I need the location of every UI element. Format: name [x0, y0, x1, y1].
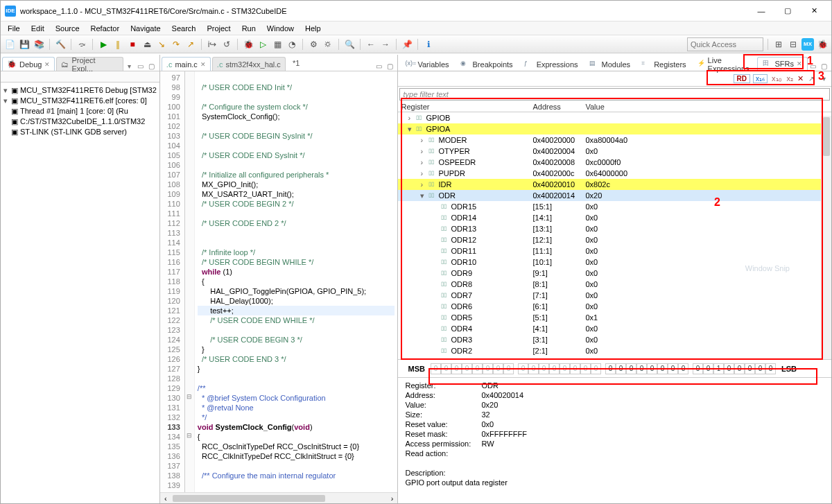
bit-cell[interactable]: 0 — [647, 363, 657, 374]
bit-cell[interactable]: 0 — [528, 363, 539, 374]
terminate-icon[interactable]: ■ — [126, 38, 139, 51]
bit-cell[interactable]: 0 — [441, 363, 451, 374]
perspective-mx-icon[interactable]: MX — [801, 38, 814, 51]
perspective-debug-icon[interactable]: ⊟ — [787, 38, 799, 51]
perspective-debug2-icon[interactable]: 🐞 — [816, 38, 829, 51]
maximize-editor-icon[interactable]: ▢ — [385, 61, 395, 71]
bit-cell[interactable]: 0 — [668, 363, 678, 374]
register-row[interactable]: ▯▯ ODR2[2:1]0x0 — [398, 345, 831, 356]
viewtab-modules[interactable]: ▤Modules — [584, 57, 636, 71]
bit-cell[interactable]: 0 — [451, 363, 462, 374]
quick-access-input[interactable]: Quick Access — [687, 37, 763, 51]
bit-cell[interactable]: 0 — [483, 363, 493, 374]
skip-bp-icon[interactable]: ⤼ — [76, 38, 88, 51]
bit-cell[interactable]: 0 — [703, 363, 713, 374]
bit-cell[interactable]: 0 — [724, 363, 734, 374]
maximize-view-icon[interactable]: ▢ — [147, 61, 157, 71]
register-row[interactable]: ▯▯ ODR8[8:1]0x0 — [398, 279, 831, 290]
tree-item[interactable]: ▣C:/ST/STM32CubeIDE_1.1.0/STM32 — [3, 116, 157, 127]
tree-item[interactable]: ▣ST-LINK (ST-LINK GDB server) — [3, 127, 157, 137]
register-row[interactable]: ▯▯ ODR15[15:1]0x0 — [398, 201, 831, 212]
maximize-view-icon[interactable]: ▢ — [819, 61, 829, 71]
bin-button[interactable]: x₂ — [786, 74, 795, 83]
menu-run[interactable]: Run — [236, 23, 261, 34]
viewtab-variables[interactable]: (x)=Variables — [399, 57, 454, 71]
register-row[interactable]: ›▯▯ OSPEEDR0x400200080xc0000f0 — [398, 157, 831, 168]
open-external-icon[interactable]: ↗ — [806, 74, 816, 84]
register-row[interactable]: ▯▯ ODR5[5:1]0x1 — [398, 312, 831, 323]
col-value[interactable]: Value — [582, 102, 686, 112]
gear-icon[interactable]: ⛭ — [322, 38, 334, 51]
pin-icon[interactable]: 📌 — [401, 38, 413, 51]
rd-button[interactable]: RD — [734, 74, 750, 83]
save-icon[interactable]: 💾 — [18, 38, 31, 51]
run-icon[interactable]: ▷ — [257, 38, 269, 51]
register-row[interactable]: ▯▯ ODR14[14:1]0x0 — [398, 212, 831, 223]
tab-main-c[interactable]: .cmain.c✕ — [162, 57, 211, 71]
bit-cell[interactable]: 0 — [462, 363, 472, 374]
bit-cell[interactable]: 0 — [605, 363, 616, 374]
register-table[interactable]: Register Address Value ›▯▯ GPIOB▾▯▯ GPIO… — [398, 102, 831, 360]
menu-help[interactable]: Help — [300, 23, 327, 34]
resume-icon[interactable]: ▶ — [97, 38, 110, 51]
perspective-cpp-icon[interactable]: ⊞ — [772, 38, 785, 51]
tree-item[interactable]: ▾▣MCU_STM32F411RET6.elf [cores: 0] — [3, 96, 157, 106]
debug-icon[interactable]: 🐞 — [242, 38, 254, 51]
menu-search[interactable]: Search — [166, 23, 202, 34]
new-icon[interactable]: 📄 — [3, 38, 16, 51]
menu-file[interactable]: File — [2, 23, 26, 34]
tree-item[interactable]: ▣Thread #1 [main] 1 [core: 0] (Ru — [3, 106, 157, 116]
register-row[interactable]: ▯▯ ODR7[7:1]0x0 — [398, 290, 831, 301]
debug-tree[interactable]: ▾▣MCU_STM32F411RET6 Debug [STM32▾▣MCU_ST… — [1, 82, 159, 140]
minimize-view-icon[interactable]: ▭ — [136, 61, 146, 71]
bit-cell[interactable]: 0 — [636, 363, 647, 374]
menu-project[interactable]: Project — [201, 23, 236, 34]
more-tabs-indicator[interactable]: *1 — [287, 59, 305, 67]
tab-debug[interactable]: 🐞Debug✕ — [2, 57, 55, 71]
minimize-view-icon[interactable]: ▭ — [808, 61, 817, 71]
bit-cell[interactable]: 0 — [657, 363, 668, 374]
build-icon[interactable]: 🔨 — [54, 38, 67, 51]
ext-tools-icon[interactable]: ⚙ — [307, 38, 320, 51]
viewtab-live-expressions[interactable]: ⚡Live Expressions — [692, 57, 757, 71]
col-register[interactable]: Register — [398, 102, 530, 112]
register-row[interactable]: ›▯▯ GPIOB — [398, 112, 831, 123]
close-icon[interactable]: ✕ — [44, 61, 50, 68]
menu-window[interactable]: Window — [261, 23, 300, 34]
suspend-icon[interactable]: ‖ — [112, 38, 124, 51]
bit-cell[interactable]: 0 — [549, 363, 560, 374]
maximize-button[interactable]: ▢ — [774, 2, 801, 20]
menu-source[interactable]: Source — [50, 23, 85, 34]
bit-cell[interactable]: 0 — [755, 363, 765, 374]
nav-fwd-icon[interactable]: → — [379, 38, 392, 51]
register-row[interactable]: ▯▯ ODR13[13:1]0x0 — [398, 223, 831, 234]
register-row[interactable]: ›▯▯ OTYPER0x400200040x0 — [398, 146, 831, 157]
coverage-icon[interactable]: ▦ — [271, 38, 284, 51]
register-row[interactable]: ▾▯▯ GPIOA — [398, 123, 831, 134]
bit-cell[interactable]: 0 — [472, 363, 483, 374]
saveall-icon[interactable]: 📚 — [33, 38, 45, 51]
search-icon[interactable]: 🔍 — [343, 38, 356, 51]
bit-cell[interactable]: 0 — [745, 363, 755, 374]
register-row[interactable]: ›▯▯ IDR0x400200100x802c — [398, 179, 831, 190]
bit-cell[interactable]: 0 — [570, 363, 580, 374]
close-button[interactable]: ✕ — [801, 2, 827, 20]
profile-icon[interactable]: ◔ — [286, 38, 298, 51]
disconnect-icon[interactable]: ⏏ — [141, 38, 153, 51]
bit-cell[interactable]: 0 — [591, 363, 601, 374]
register-row[interactable]: ▯▯ ODR3[3:1]0x0 — [398, 334, 831, 345]
dec-button[interactable]: x₁₀ — [770, 74, 783, 83]
bit-cell[interactable]: 0 — [616, 363, 626, 374]
view-menu-icon[interactable]: ▾ — [125, 61, 135, 71]
menu-navigate[interactable]: Navigate — [125, 23, 166, 34]
stepover-icon[interactable]: ↷ — [170, 38, 182, 51]
register-vscrollbar[interactable] — [821, 116, 831, 359]
view-menu-icon[interactable]: ▾ — [819, 74, 829, 84]
hex-button[interactable]: x₁₆ — [753, 74, 768, 83]
viewtab-sfrs[interactable]: ⽥SFRs ✕ — [757, 57, 808, 71]
viewtab-expressions[interactable]: ƒExpressions — [519, 57, 584, 71]
filter-input[interactable]: type filter text — [399, 88, 830, 101]
register-row[interactable]: ▯▯ ODR11[11:1]0x0 — [398, 245, 831, 257]
register-row[interactable]: ▯▯ ODR12[12:1]0x0 — [398, 234, 831, 245]
bit-cell[interactable]: 0 — [518, 363, 528, 374]
